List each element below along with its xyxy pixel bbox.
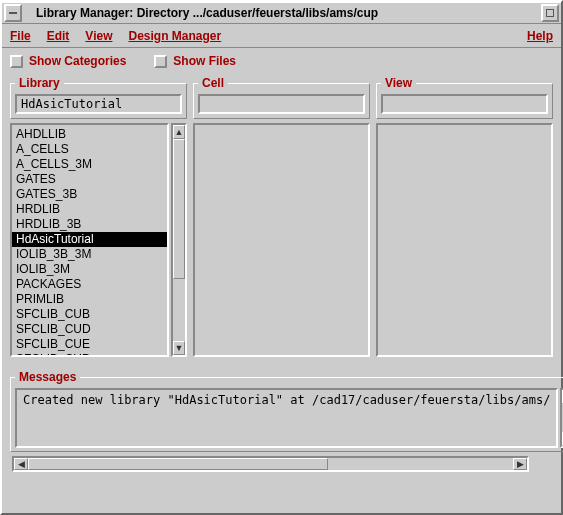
- menu-file[interactable]: File: [10, 29, 31, 43]
- list-item[interactable]: HdAsicTutorial: [12, 232, 167, 247]
- menu-help[interactable]: Help: [527, 29, 553, 43]
- list-item[interactable]: PACKAGES: [12, 277, 167, 292]
- list-item[interactable]: GATES_3B: [12, 187, 167, 202]
- view-fieldset: View: [376, 76, 553, 119]
- library-fieldset: Library: [10, 76, 187, 119]
- cell-list[interactable]: [193, 123, 370, 357]
- list-item[interactable]: PRIMLIB: [12, 292, 167, 307]
- cell-fieldset: Cell: [193, 76, 370, 119]
- view-legend: View: [381, 76, 416, 90]
- cell-legend: Cell: [198, 76, 228, 90]
- scroll-left-icon[interactable]: ◀: [14, 458, 28, 470]
- library-list-area: AHDLLIBA_CELLSA_CELLS_3MGATESGATES_3BHRD…: [10, 123, 187, 357]
- cell-list-area: [193, 123, 370, 357]
- messages-fieldset: Messages Created new library "HdAsicTuto…: [10, 370, 563, 452]
- scroll-up-icon[interactable]: ▲: [173, 125, 185, 139]
- scroll-right-icon[interactable]: ▶: [513, 458, 527, 470]
- main-content: Library AHDLLIBA_CELLSA_CELLS_3MGATESGAT…: [2, 74, 561, 370]
- hscroll-thumb[interactable]: [28, 458, 328, 470]
- list-item[interactable]: IOLIB_3M: [12, 262, 167, 277]
- library-manager-window: Library Manager: Directory .../caduser/f…: [0, 0, 563, 515]
- list-item[interactable]: SFCLIB_CUB: [12, 307, 167, 322]
- messages-hscrollbar[interactable]: ◀ ▶: [12, 456, 529, 472]
- show-files-checkbox[interactable]: [154, 55, 167, 68]
- titlebar: Library Manager: Directory .../caduser/f…: [2, 2, 561, 24]
- menubar: File Edit View Design Manager Help: [2, 24, 561, 48]
- list-item[interactable]: A_CELLS: [12, 142, 167, 157]
- messages-legend: Messages: [15, 370, 80, 384]
- library-list[interactable]: AHDLLIBA_CELLSA_CELLS_3MGATESGATES_3BHRD…: [10, 123, 169, 357]
- view-list[interactable]: [376, 123, 553, 357]
- show-categories-checkbox[interactable]: [10, 55, 23, 68]
- library-input[interactable]: [15, 94, 182, 114]
- list-item[interactable]: SFCLIB_CUE: [12, 337, 167, 352]
- menu-design-manager[interactable]: Design Manager: [128, 29, 221, 43]
- window-menu-button[interactable]: [4, 4, 22, 22]
- show-categories-label: Show Categories: [29, 54, 126, 68]
- view-column: View: [376, 76, 553, 364]
- scroll-thumb[interactable]: [173, 139, 185, 279]
- library-column: Library AHDLLIBA_CELLSA_CELLS_3MGATESGAT…: [10, 76, 187, 364]
- window-title: Library Manager: Directory .../caduser/f…: [24, 6, 539, 20]
- list-item[interactable]: SFCLIB_CUD: [12, 322, 167, 337]
- list-item[interactable]: HRDLIB: [12, 202, 167, 217]
- toolbar: Show Categories Show Files: [2, 48, 561, 74]
- messages-text[interactable]: Created new library "HdAsicTutorial" at …: [15, 388, 558, 448]
- menu-view[interactable]: View: [85, 29, 112, 43]
- list-item[interactable]: GATES: [12, 172, 167, 187]
- menu-edit[interactable]: Edit: [47, 29, 70, 43]
- library-scrollbar[interactable]: ▲ ▼: [171, 123, 187, 357]
- cell-column: Cell: [193, 76, 370, 364]
- view-list-area: [376, 123, 553, 357]
- messages-section: Messages Created new library "HdAsicTuto…: [2, 370, 561, 476]
- view-input[interactable]: [381, 94, 548, 114]
- library-legend: Library: [15, 76, 64, 90]
- list-item[interactable]: A_CELLS_3M: [12, 157, 167, 172]
- list-item[interactable]: AHDLLIB: [12, 127, 167, 142]
- cell-input[interactable]: [198, 94, 365, 114]
- maximize-button[interactable]: [541, 4, 559, 22]
- list-item[interactable]: IOLIB_3B_3M: [12, 247, 167, 262]
- scroll-down-icon[interactable]: ▼: [173, 341, 185, 355]
- list-item[interactable]: SFCLIB_CUP: [12, 352, 167, 357]
- show-files-label: Show Files: [173, 54, 236, 68]
- list-item[interactable]: HRDLIB_3B: [12, 217, 167, 232]
